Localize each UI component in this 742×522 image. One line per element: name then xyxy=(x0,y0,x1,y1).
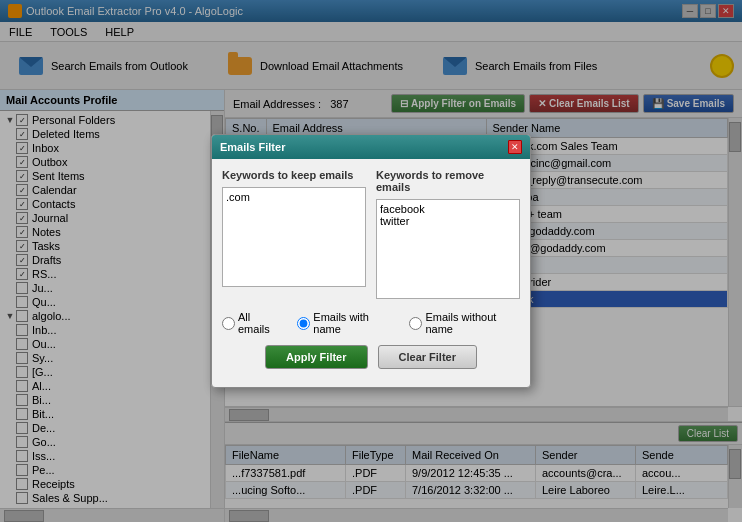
apply-filter-modal-button[interactable]: Apply Filter xyxy=(265,345,368,369)
modal-radio-row: All emails Emails with name Emails witho… xyxy=(222,311,520,335)
radio-with-name-label: Emails with name xyxy=(313,311,393,335)
modal-col-remove: Keywords to remove emails facebook twitt… xyxy=(376,169,520,301)
modal-footer: Apply Filter Clear Filter xyxy=(222,345,520,377)
modal-overlay: Emails Filter ✕ Keywords to keep emails … xyxy=(0,0,742,522)
radio-with-name-input[interactable] xyxy=(297,317,310,330)
keep-keywords-input[interactable]: .com xyxy=(222,187,366,287)
modal-close-button[interactable]: ✕ xyxy=(508,140,522,154)
radio-all-emails[interactable]: All emails xyxy=(222,311,281,335)
remove-keywords-input[interactable]: facebook twitter xyxy=(376,199,520,299)
modal-body: Keywords to keep emails .com Keywords to… xyxy=(212,159,530,387)
modal-title-bar: Emails Filter ✕ xyxy=(212,135,530,159)
modal-columns: Keywords to keep emails .com Keywords to… xyxy=(222,169,520,301)
remove-header: Keywords to remove emails xyxy=(376,169,520,193)
radio-without-name-input[interactable] xyxy=(409,317,422,330)
radio-all-emails-label: All emails xyxy=(238,311,281,335)
radio-without-name-label: Emails without name xyxy=(425,311,520,335)
radio-emails-with-name[interactable]: Emails with name xyxy=(297,311,393,335)
emails-filter-modal: Emails Filter ✕ Keywords to keep emails … xyxy=(211,134,531,388)
radio-emails-without-name[interactable]: Emails without name xyxy=(409,311,520,335)
keep-header: Keywords to keep emails xyxy=(222,169,366,181)
modal-col-keep: Keywords to keep emails .com xyxy=(222,169,366,301)
modal-title: Emails Filter xyxy=(220,141,285,153)
clear-filter-button[interactable]: Clear Filter xyxy=(378,345,477,369)
radio-all-emails-input[interactable] xyxy=(222,317,235,330)
